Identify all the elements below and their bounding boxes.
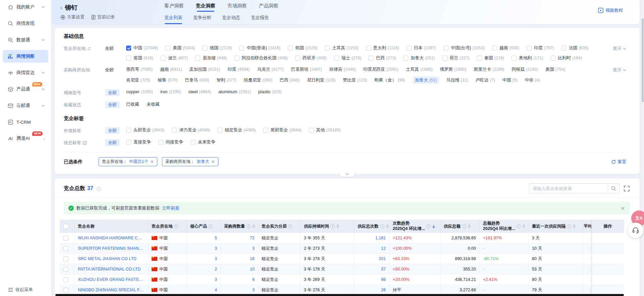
filter-option-卢旺达[interactable]: 卢旺达(7) [475, 77, 495, 83]
filter-option-斯里兰卡[interactable]: 斯里兰卡(1199) [474, 66, 504, 72]
filter-option-未收藏[interactable]: 未收藏 [147, 101, 160, 107]
filter-all-favorite-status[interactable]: 全部 [105, 101, 126, 108]
search-icon[interactable] [608, 184, 619, 193]
checkbox-unchecked[interactable] [325, 46, 330, 51]
filter-option-马拉维[interactable]: 马拉维(11) [446, 77, 468, 83]
filter-option-孟加拉国[interactable]: 孟加拉国(6151) [189, 66, 220, 72]
filter-option-copper[interactable]: copper(1050) [126, 89, 153, 94]
filter-option-其他[interactable]: 其他(26185) [309, 127, 341, 133]
checkbox-unchecked[interactable] [477, 56, 482, 61]
filter-option-坦桑尼亚[interactable]: 坦桑尼亚(350) [244, 77, 272, 83]
filter-all-status-tag[interactable]: 全部 [105, 139, 126, 146]
company-name-link[interactable]: WUXI ANSHIDA HARDWARE CO LTD [78, 236, 145, 240]
header-action-贸易记录[interactable]: 贸易记录 [91, 14, 115, 20]
row-checkbox[interactable] [63, 267, 68, 272]
filter-option-steel[interactable]: steel(4684) [189, 89, 211, 94]
filter-option-印度[interactable]: 印度(797) [527, 45, 554, 51]
col-header-采购商数量[interactable]: 采购商数量i [221, 220, 258, 233]
info-icon[interactable]: i [426, 224, 431, 229]
all-option[interactable]: 全部 [105, 127, 120, 134]
all-option[interactable]: 全部 [105, 67, 114, 72]
checkbox-unchecked[interactable] [126, 140, 131, 145]
filter-option-iron[interactable]: iron(2295) [160, 89, 181, 94]
filter-option-潜力竞企[interactable]: 潜力竞企(4089) [172, 127, 210, 133]
checkbox-unchecked[interactable] [202, 46, 207, 51]
row-checkbox[interactable] [63, 277, 68, 282]
reset-filters-button[interactable]: 重置 [611, 159, 626, 165]
filter-option-荷兰[interactable]: 荷兰(227) [442, 55, 470, 61]
info-icon[interactable]: i [380, 224, 384, 229]
filter-option-尾部竞企[interactable]: 尾部竞企(3944) [263, 127, 301, 133]
filter-option-plastic[interactable]: plastic(329) [258, 89, 282, 94]
filter-option-瑞士[interactable]: 瑞士(278) [334, 55, 361, 61]
sidebar-item-商情洞察[interactable]: 商情洞察 [3, 50, 48, 63]
filter-option-阿拉伯联合酋长国[interactable]: 阿拉伯联合酋长国(408) [234, 55, 288, 61]
filter-option-奥地利[interactable]: 奥地利(171) [512, 55, 543, 61]
collapse-menu-button[interactable]: 收起菜单 [8, 287, 33, 293]
filter-option-西班牙[interactable]: 西班牙(408) [295, 55, 327, 61]
filter-option-加拿大[interactable]: 加拿大(251) [403, 55, 435, 61]
col-header-供应总次数[interactable]: 供应总次数i [354, 220, 389, 233]
filter-option-aluminum[interactable]: aluminum(2391) [218, 89, 251, 94]
filter-option-刚果（金）[interactable]: 刚果（金）(99) [375, 77, 405, 83]
col-header-供应总额[interactable]: 供应总额i [440, 220, 480, 233]
sidebar-item-商情雷达[interactable]: 商情雷达 [3, 66, 48, 79]
filter-option-未来竞争[interactable]: 未来竞争 [191, 139, 215, 145]
header-action-方案设置[interactable]: 方案设置 [60, 14, 85, 20]
refresh-now-link[interactable]: 立即刷新 [162, 205, 179, 211]
checkbox-unchecked[interactable] [407, 46, 412, 51]
filter-option-英国[interactable]: 英国(616) [126, 55, 153, 61]
sidebar-item-云邮通[interactable]: 云邮通 [3, 99, 48, 112]
filter-option-巴基斯坦[interactable]: 巴基斯坦(2487) [291, 66, 322, 72]
filter-option-巴西[interactable]: 巴西(273) [369, 55, 396, 61]
filter-option-印度[interactable]: 印度(4594) [228, 66, 250, 72]
filter-option-赞比亚[interactable]: 赞比亚(123) [343, 77, 367, 83]
filter-option-中国[interactable]: 中国(5) [502, 77, 518, 83]
filter-option-土耳其[interactable]: 土耳其(1153) [325, 45, 358, 51]
row-checkbox[interactable] [63, 246, 68, 251]
expand-link-buyer-location[interactable]: 展开 [613, 66, 626, 73]
filter-all-buyer-location[interactable]: 全部 [105, 66, 126, 73]
info-icon[interactable]: i [567, 224, 571, 229]
col-header-次数趋势[interactable]: 次数趋势2025Q4 环比增...i [389, 220, 440, 233]
info-icon[interactable]: i [517, 224, 521, 229]
filter-all-value-tag[interactable]: 全部 [105, 127, 126, 134]
checkbox-unchecked[interactable] [403, 56, 408, 61]
info-icon[interactable]: i [247, 224, 251, 229]
vertical-scrollbar[interactable] [641, 0, 644, 296]
filter-option-巴西[interactable]: 巴西(349) [280, 77, 300, 83]
filter-option-意大利[interactable]: 意大利(1116) [366, 45, 399, 51]
info-icon[interactable]: i [330, 224, 335, 229]
row-checkbox[interactable] [63, 256, 68, 261]
fullscreen-icon[interactable] [624, 186, 630, 191]
filter-option-中非[interactable]: 中非(4) [525, 77, 540, 83]
company-name-link[interactable]: SRC METAL JIASHAN CO LTD [78, 256, 137, 261]
checkbox-unchecked[interactable] [550, 56, 555, 61]
company-name-link[interactable]: XUZHOU EVER GRAND FASTENERS... [78, 277, 145, 282]
filter-option-德国[interactable]: 德国(2715) [202, 45, 232, 51]
filter-option-比利时[interactable]: 比利时(164) [550, 55, 582, 61]
filter-option-越南[interactable]: 越南(6911) [160, 66, 182, 72]
remove-tag-icon[interactable]: ✕ [211, 160, 215, 164]
checkbox-unchecked[interactable] [492, 46, 497, 51]
all-option[interactable]: 全部 [105, 89, 120, 96]
filter-option-巴拿马[interactable]: 巴拿马(430) [185, 77, 209, 83]
filter-option-俄罗斯[interactable]: 俄罗斯(1690) [440, 66, 466, 72]
filter-option-间接竞争[interactable]: 间接竞争 [158, 139, 183, 145]
sort-icon[interactable] [386, 224, 389, 228]
checkbox-unchecked[interactable] [366, 46, 371, 51]
filter-all-spec-model[interactable]: 全部 [105, 89, 126, 96]
checkbox-unchecked[interactable] [165, 46, 170, 51]
checkbox-unchecked[interactable] [161, 56, 166, 61]
tab-市场洞察[interactable]: 市场洞察 [227, 3, 247, 12]
filter-option-中国(香港)[interactable]: 中国(香港)(2416) [239, 45, 280, 51]
sidebar-item-商情发现[interactable]: 商情发现 [3, 17, 48, 30]
filter-all-competitor-location[interactable]: 全部 [105, 45, 126, 52]
filter-option-菲律宾[interactable]: 菲律宾(2446) [329, 66, 356, 72]
subtab-竞企报告[interactable]: 竞企报告 [251, 15, 269, 24]
checkbox-unchecked[interactable] [295, 56, 300, 61]
col-header-最近一次供应间隔[interactable]: 最近一次供应间隔i [529, 220, 583, 233]
sidebar-item-腾道AI[interactable]: Ai腾道AINEW› [3, 132, 48, 145]
filter-option-泰国[interactable]: 泰国(216) [477, 55, 504, 61]
tab-产品洞察[interactable]: 产品洞察 [259, 3, 278, 12]
